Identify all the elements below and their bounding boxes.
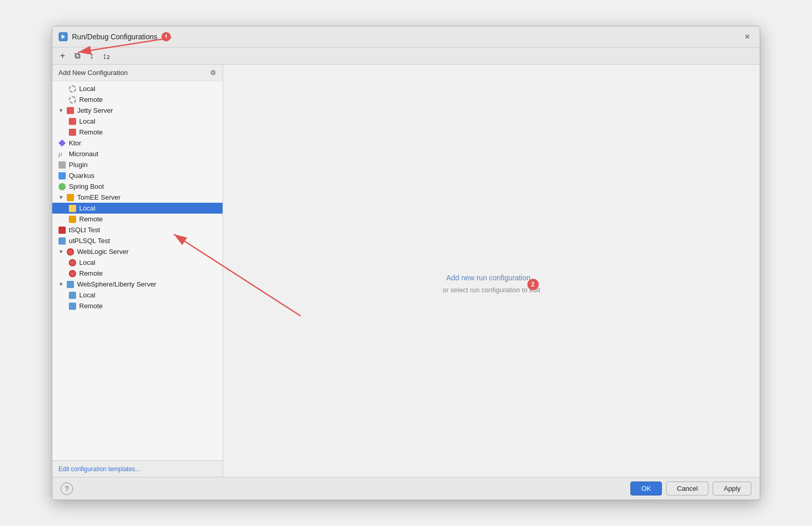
run-debug-icon	[58, 32, 68, 41]
local-top-label: Local	[79, 85, 95, 93]
dialog-title: Run/Debug Configurations	[72, 33, 157, 41]
websphere-server-label: WebSphere/Liberty Server	[77, 280, 156, 288]
websphere-icon	[67, 281, 74, 288]
sidebar-item-websphere-server[interactable]: ▼ WebSphere/Liberty Server	[52, 279, 223, 290]
sort-config-button[interactable]: ↕₂	[100, 50, 112, 62]
quarkus-label: Quarkus	[69, 172, 94, 179]
edit-templates-link[interactable]: Edit configuration templates...	[58, 465, 140, 473]
dialog-footer: ? OK Cancel Apply	[52, 477, 760, 500]
jetty-local-label: Local	[79, 117, 95, 125]
weblogic-local-label: Local	[79, 259, 95, 266]
jetty-remote-label: Remote	[79, 128, 103, 136]
jetty-local-icon	[69, 118, 76, 125]
footer-right: OK Cancel Apply	[630, 482, 751, 495]
sidebar-item-websphere-local[interactable]: Local	[52, 290, 223, 300]
sidebar-item-weblogic-server[interactable]: ▼ WebLogic Server	[52, 246, 223, 257]
quarkus-icon	[58, 172, 66, 179]
tomee-server-label: TomEE Server	[77, 193, 121, 201]
weblogic-server-label: WebLogic Server	[77, 248, 128, 256]
weblogic-expand-arrow: ▼	[58, 249, 64, 254]
tomee-remote-icon	[69, 216, 76, 223]
sidebar-item-websphere-remote[interactable]: Remote	[52, 300, 223, 311]
utplsql-label: utPLSQL Test	[69, 237, 110, 245]
ok-button[interactable]: OK	[630, 482, 662, 495]
weblogic-icon	[67, 248, 74, 256]
apply-button[interactable]: Apply	[713, 482, 751, 495]
tomee-expand-arrow: ▼	[58, 194, 64, 200]
local-top-icon	[69, 85, 76, 93]
ktor-label: Ktor	[69, 139, 81, 147]
sidebar-header-label: Add New Configuration	[58, 69, 128, 77]
hint-primary[interactable]: Add new run configuration...	[446, 274, 536, 282]
badge-2: 2	[527, 279, 539, 290]
move-config-button[interactable]: ↕	[85, 50, 98, 62]
right-panel: 2 Add new run configuration... or select…	[223, 65, 760, 477]
sidebar-item-tomee-remote[interactable]: Remote	[52, 214, 223, 224]
spring-boot-icon	[58, 183, 66, 190]
websphere-local-label: Local	[79, 291, 95, 299]
spring-boot-label: Spring Boot	[69, 183, 104, 190]
sidebar-item-local-top[interactable]: Local	[52, 83, 223, 94]
jetty-expand-arrow: ▼	[58, 108, 64, 113]
hint-secondary: or select run configuration to edit	[442, 286, 540, 294]
close-button[interactable]: ×	[741, 31, 754, 43]
websphere-local-icon	[69, 292, 76, 299]
tomee-remote-label: Remote	[79, 215, 103, 223]
sidebar-item-jetty-remote[interactable]: Remote	[52, 127, 223, 138]
sidebar-item-utplsql[interactable]: utPLSQL Test	[52, 235, 223, 246]
sidebar: Add New Configuration ⚙ Local Remote ▼	[52, 65, 223, 477]
sidebar-item-micronaut[interactable]: μ Micronaut	[52, 148, 223, 159]
weblogic-remote-icon	[69, 270, 76, 277]
weblogic-remote-label: Remote	[79, 269, 103, 277]
websphere-remote-label: Remote	[79, 302, 103, 310]
sidebar-options-icon[interactable]: ⚙	[210, 69, 216, 77]
toolbar: + ⧉ ↕ ↕₂	[52, 48, 760, 65]
jetty-server-label: Jetty Server	[77, 107, 113, 114]
sidebar-item-jetty-local[interactable]: Local	[52, 116, 223, 127]
run-debug-dialog: Run/Debug Configurations 1 × + ⧉ ↕ ↕₂ Ad…	[52, 26, 760, 500]
remote-top-icon	[69, 96, 76, 103]
cancel-button[interactable]: Cancel	[666, 482, 708, 495]
micronaut-icon: μ	[58, 151, 66, 158]
utplsql-icon	[58, 237, 66, 245]
tomee-local-icon	[69, 205, 76, 212]
sidebar-item-weblogic-remote[interactable]: Remote	[52, 268, 223, 279]
sidebar-item-tomee-local[interactable]: Local	[52, 203, 223, 214]
websphere-expand-arrow: ▼	[58, 281, 64, 287]
sidebar-item-tsqlt[interactable]: tSQLt Test	[52, 224, 223, 235]
copy-config-button[interactable]: ⧉	[71, 50, 83, 62]
help-button[interactable]: ?	[61, 483, 73, 495]
sidebar-item-jetty-server[interactable]: ▼ Jetty Server	[52, 105, 223, 116]
sidebar-header: Add New Configuration ⚙	[52, 65, 223, 81]
badge-1: 1	[161, 32, 171, 41]
sidebar-item-tomee-server[interactable]: ▼ TomEE Server	[52, 192, 223, 203]
sidebar-item-spring-boot[interactable]: Spring Boot	[52, 181, 223, 192]
tsqlt-label: tSQLt Test	[69, 226, 100, 234]
sidebar-item-ktor[interactable]: Ktor	[52, 138, 223, 148]
tsqlt-icon	[58, 227, 66, 234]
plugin-icon	[58, 161, 66, 169]
sidebar-tree: Local Remote ▼ Jetty Server Local	[52, 81, 223, 460]
jetty-icon	[67, 107, 74, 114]
add-config-button[interactable]: +	[56, 50, 69, 62]
plugin-label: Plugin	[69, 161, 87, 169]
sidebar-item-remote-top[interactable]: Remote	[52, 94, 223, 105]
tomee-local-label: Local	[79, 204, 95, 212]
micronaut-label: Micronaut	[69, 150, 98, 158]
sidebar-item-plugin[interactable]: Plugin	[52, 159, 223, 170]
sidebar-footer: Edit configuration templates...	[52, 460, 223, 477]
title-bar-left: Run/Debug Configurations 1	[58, 32, 171, 41]
sidebar-item-weblogic-local[interactable]: Local	[52, 257, 223, 268]
title-bar: Run/Debug Configurations 1 ×	[52, 26, 760, 48]
ktor-icon	[58, 140, 66, 147]
websphere-remote-icon	[69, 303, 76, 310]
footer-left: ?	[61, 483, 73, 495]
main-content: Add New Configuration ⚙ Local Remote ▼	[52, 65, 760, 477]
jetty-remote-icon	[69, 129, 76, 136]
tomee-icon	[67, 194, 74, 201]
sidebar-item-quarkus[interactable]: Quarkus	[52, 170, 223, 181]
remote-top-label: Remote	[79, 96, 103, 103]
weblogic-local-icon	[69, 259, 76, 266]
